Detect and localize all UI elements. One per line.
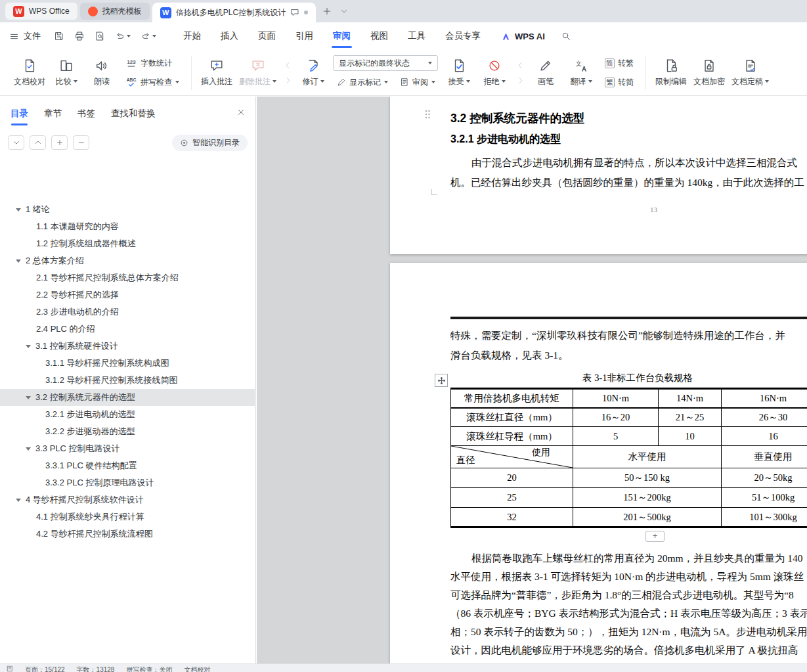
delete-comment-button[interactable]: 删除批注 xyxy=(236,53,280,93)
toc-item[interactable]: 2.3 步进电动机的介绍 xyxy=(0,303,255,321)
sidebar-close-button[interactable] xyxy=(236,108,246,117)
tab-document[interactable]: W 倍捻机多电机PLC控制系统设计 xyxy=(152,3,316,22)
toc-item[interactable]: 3.1 控制系统硬件设计 xyxy=(0,338,255,355)
word-count-button[interactable]: 123 字数统计 xyxy=(121,55,183,71)
status-page-indicator[interactable]: 页面：15/122 xyxy=(25,665,65,672)
expand-triangle-icon[interactable] xyxy=(26,447,31,451)
table-move-handle[interactable] xyxy=(435,374,448,387)
accept-button[interactable]: 接受 xyxy=(441,53,477,93)
sidebar-tab-section[interactable]: 章节 xyxy=(44,108,62,120)
table-cell[interactable]: 26～30 xyxy=(722,408,807,427)
track-changes-button[interactable]: 修订 xyxy=(295,53,331,93)
menu-tab-review[interactable]: 审阅 xyxy=(323,22,360,50)
restrict-edit-button[interactable]: 限制编辑 xyxy=(652,53,690,93)
toc-item[interactable]: 4.2 导纱杆摇尺控制系统流程图 xyxy=(0,526,255,543)
toc-zoom-out-button[interactable] xyxy=(73,135,89,150)
menu-tab-page[interactable]: 页面 xyxy=(248,22,286,50)
table-cell[interactable]: 10N·m xyxy=(573,389,659,408)
wps-ai-button[interactable]: WPS AI xyxy=(501,32,545,41)
document-page-13[interactable]: 3.2 控制系统元器件的选型 3.2.1 步进电动机的选型 由于混合式步进电动机… xyxy=(390,97,807,254)
doc-proof-button[interactable]: 文档校对 xyxy=(11,53,49,93)
table-diagonal-header-cell[interactable]: 使用 直径 xyxy=(451,446,573,468)
sidebar-tab-bookmark[interactable]: 书签 xyxy=(77,108,95,120)
table-cell[interactable]: 垂直使用 xyxy=(722,446,807,468)
status-doc-proof[interactable]: 文档校对 xyxy=(184,665,210,672)
next-change-button[interactable] xyxy=(514,75,526,85)
table-cell[interactable]: 滚珠丝杠直径（mm） xyxy=(451,408,573,427)
table-add-row-button[interactable]: + xyxy=(645,531,665,542)
table-cell[interactable]: 25 xyxy=(451,488,573,508)
table-cell[interactable]: 51～100kg xyxy=(722,488,807,508)
toc-collapse-button[interactable] xyxy=(8,135,24,150)
toc-item-selected[interactable]: 3.2 控制系统元器件的选型 xyxy=(0,389,255,406)
table-cell[interactable]: 14N·m xyxy=(659,389,722,408)
toc-item[interactable]: 3.3 PLC 控制电路设计 xyxy=(0,440,255,457)
show-markup-button[interactable]: 显示标记 xyxy=(333,74,392,90)
expand-triangle-icon[interactable] xyxy=(26,345,31,348)
translate-button[interactable]: 文 翻译 xyxy=(563,53,599,93)
print-preview-button[interactable] xyxy=(95,31,105,41)
menu-tab-start[interactable]: 开始 xyxy=(173,22,211,50)
paragraph-drag-handle[interactable] xyxy=(423,109,432,120)
next-comment-button[interactable] xyxy=(282,75,294,85)
table-cell[interactable]: 5 xyxy=(573,427,659,446)
menu-tab-view[interactable]: 视图 xyxy=(360,22,398,50)
spell-check-button[interactable]: ABC 拼写检查 xyxy=(121,74,183,90)
menu-tab-member[interactable]: 会员专享 xyxy=(435,22,491,50)
sidebar-tab-toc[interactable]: 目录 xyxy=(11,108,28,120)
finalize-button[interactable]: 文档定稿 xyxy=(728,53,772,93)
table-cell[interactable]: 151～200kg xyxy=(573,488,722,508)
table-cell[interactable]: 16～20 xyxy=(573,408,659,427)
document-page-14[interactable]: 特殊，需要定制，“深圳零玖科技有限公司”能够制造特殊用途的工作台，并 滑台负载规… xyxy=(390,263,807,672)
comment-bubble-icon[interactable] xyxy=(290,8,299,17)
search-icon-button[interactable] xyxy=(561,31,571,41)
toc-item[interactable]: 2.4 PLC 的介绍 xyxy=(0,321,255,338)
previous-change-button[interactable] xyxy=(514,60,526,70)
document-canvas[interactable]: 3.2 控制系统元器件的选型 3.2.1 步进电动机的选型 由于混合式步进电动机… xyxy=(257,97,807,672)
table-cell[interactable]: 201～500kg xyxy=(573,508,722,527)
table-cell[interactable]: 20 xyxy=(451,468,573,488)
redo-button[interactable] xyxy=(141,31,156,41)
table-cell[interactable]: 101～300kg xyxy=(722,508,807,527)
expand-triangle-icon[interactable] xyxy=(16,259,21,263)
review-panel-button[interactable]: 审阅 xyxy=(396,74,439,90)
toc-item[interactable]: 2.2 导纱杆摇尺的选择 xyxy=(0,286,255,303)
toc-item[interactable]: 2 总体方案介绍 xyxy=(0,252,255,269)
encrypt-button[interactable]: 文档加密 xyxy=(690,53,728,93)
load-spec-table[interactable]: 常用倍捻机多电机转矩 10N·m 14N·m 16N·m 滚珠丝杠直径（mm） … xyxy=(450,388,807,528)
markup-state-select[interactable]: 显示标记的最终状态 xyxy=(333,55,438,71)
table-cell[interactable]: 常用倍捻机多电机转矩 xyxy=(451,389,573,408)
table-cell[interactable]: 水平使用 xyxy=(573,446,722,468)
toc-item[interactable]: 3.2.1 步进电动机的选型 xyxy=(0,406,255,423)
pen-button[interactable]: 画笔 xyxy=(528,53,563,93)
new-tab-button[interactable] xyxy=(318,3,336,20)
menu-tab-reference[interactable]: 引用 xyxy=(286,22,323,50)
print-button[interactable] xyxy=(74,31,85,41)
table-cell[interactable]: 16 xyxy=(722,427,807,446)
undo-button[interactable] xyxy=(115,31,131,41)
toc-item[interactable]: 4.1 控制系统纱夹具行程计算 xyxy=(0,508,255,526)
table-cell[interactable]: 21～25 xyxy=(659,408,722,427)
expand-triangle-icon[interactable] xyxy=(16,499,21,502)
toc-item[interactable]: 3.3.1 PLC 硬件结构配置 xyxy=(0,457,255,474)
toc-zoom-in-button[interactable] xyxy=(51,135,68,150)
reject-button[interactable]: 拒绝 xyxy=(477,53,512,93)
smart-toc-button[interactable]: 智能识别目录 xyxy=(172,135,248,151)
toc-item[interactable]: 2.1 导纱杆摇尺控制系统总体方案介绍 xyxy=(0,269,255,286)
toc-item[interactable]: 3.3.2 PLC 控制原理电路设计 xyxy=(0,474,255,491)
redo-dropdown-icon[interactable] xyxy=(152,35,156,37)
status-word-count[interactable]: 字数：13128 xyxy=(77,665,115,672)
menu-tab-tools[interactable]: 工具 xyxy=(398,22,435,50)
expand-triangle-icon[interactable] xyxy=(16,208,21,212)
toc-item[interactable]: 4 导纱杆摇尺控制系统软件设计 xyxy=(0,491,255,508)
toc-item[interactable]: 3.2.2 步进驱动器的选型 xyxy=(0,423,255,440)
undo-dropdown-icon[interactable] xyxy=(127,35,131,37)
tab-wps-home[interactable]: W WPS Office xyxy=(5,3,77,20)
to-traditional-button[interactable]: 简 转繁 xyxy=(601,55,638,71)
toc-expand-button[interactable] xyxy=(30,135,46,150)
table-cell[interactable]: 滚珠丝杠导程（mm） xyxy=(451,427,573,446)
toc-item[interactable]: 1 绪论 xyxy=(0,201,255,218)
save-button[interactable] xyxy=(54,31,64,41)
toc-item[interactable]: 1.2 控制系统组成器件概述 xyxy=(0,235,255,252)
toc-item[interactable]: 3.1.2 导纱杆摇尺控制系统接线简图 xyxy=(0,372,255,389)
